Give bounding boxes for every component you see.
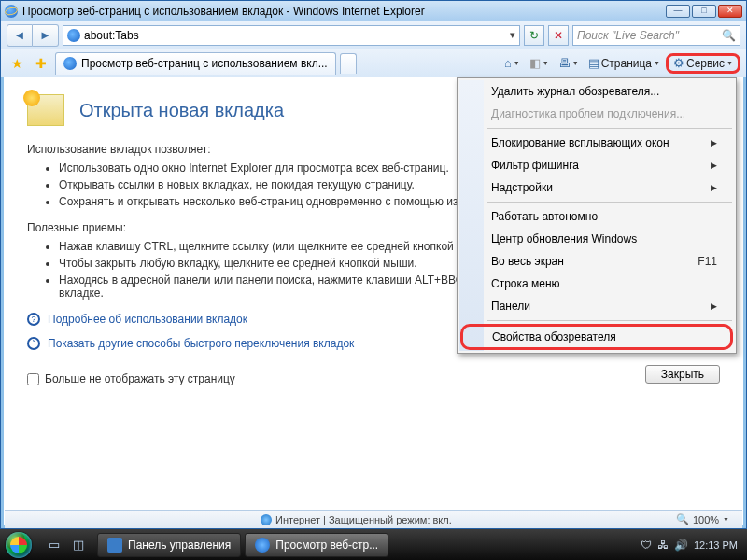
page-ie-icon bbox=[67, 29, 80, 42]
page-icon: ▤ bbox=[588, 56, 599, 70]
tab-label: Просмотр веб-страниц с использованием вк… bbox=[81, 57, 328, 70]
menu-separator bbox=[487, 320, 732, 321]
taskbar: ▭ ◫ Панель управления Просмотр веб-стр..… bbox=[0, 529, 747, 560]
home-icon: ⌂ bbox=[504, 56, 512, 70]
address-text: about:Tabs bbox=[84, 29, 506, 42]
system-tray: 🛡 🖧 🔊 12:13 PM bbox=[637, 539, 741, 552]
globe-icon bbox=[261, 514, 272, 525]
nav-row: ◄ ► about:Tabs ▾ ↻ ✕ Поиск "Live Search"… bbox=[1, 21, 746, 49]
command-bar: ⌂▼ ◧▼ 🖶▼ ▤Страница▼ ⚙Сервис▼ bbox=[500, 53, 740, 74]
task-ie[interactable]: Просмотр веб-стр... bbox=[245, 533, 388, 557]
menu-separator bbox=[487, 202, 732, 203]
dont-show-row: Больше не отображать эту страницу bbox=[27, 372, 720, 385]
dont-show-checkbox[interactable] bbox=[27, 373, 39, 385]
zoom-icon: 🔍 bbox=[676, 513, 689, 525]
start-button[interactable] bbox=[0, 529, 37, 560]
rss-icon: ◧ bbox=[529, 56, 541, 70]
print-icon: 🖶 bbox=[558, 56, 571, 70]
status-bar: Интернет | Защищенный режим: вкл. 🔍 100%… bbox=[5, 510, 742, 528]
help-icon: ? bbox=[27, 313, 40, 326]
ie-icon bbox=[5, 5, 18, 18]
address-dropdown-icon[interactable]: ▾ bbox=[510, 29, 515, 41]
zoom-control[interactable]: 🔍 100% ▼ bbox=[669, 513, 737, 525]
quick-launch: ▭ ◫ bbox=[37, 534, 95, 556]
new-tab-button[interactable] bbox=[340, 53, 357, 74]
tray-clock[interactable]: 12:13 PM bbox=[694, 539, 738, 551]
menu-menubar[interactable]: Строка меню bbox=[459, 273, 734, 295]
active-tab[interactable]: Просмотр веб-страниц с использованием вк… bbox=[55, 52, 336, 75]
stop-button[interactable]: ✕ bbox=[548, 25, 569, 46]
chevron-down-icon: ˅ bbox=[27, 337, 40, 350]
favorites-button[interactable]: ★ bbox=[7, 53, 27, 74]
menu-work-offline[interactable]: Работать автономно bbox=[459, 205, 734, 228]
ie-window: Просмотр веб-страниц с использованием вк… bbox=[0, 0, 747, 529]
page-heading: Открыта новая вкладка bbox=[79, 100, 284, 121]
zoom-value: 100% bbox=[693, 514, 719, 525]
tray-network-icon[interactable]: 🖧 bbox=[657, 539, 669, 552]
tab-ie-icon bbox=[63, 57, 77, 70]
home-button[interactable]: ⌂▼ bbox=[500, 53, 524, 74]
tools-menu-button[interactable]: ⚙Сервис▼ bbox=[666, 53, 740, 74]
menu-toolbars[interactable]: Панели▶ bbox=[459, 295, 734, 317]
switch-windows-button[interactable]: ◫ bbox=[67, 534, 90, 556]
gear-icon: ⚙ bbox=[673, 56, 684, 70]
show-desktop-button[interactable]: ▭ bbox=[43, 534, 65, 556]
menu-separator bbox=[487, 128, 732, 129]
submenu-arrow-icon: ▶ bbox=[711, 138, 717, 147]
menu-diagnose-connection: Диагностика проблем подключения... bbox=[459, 103, 734, 125]
window-title: Просмотр веб-страниц с использованием вк… bbox=[22, 5, 666, 18]
search-box[interactable]: Поиск "Live Search" 🔍 bbox=[572, 25, 740, 46]
submenu-arrow-icon: ▶ bbox=[711, 301, 717, 311]
tools-dropdown-menu: Удалить журнал обозревателя... Диагности… bbox=[457, 77, 737, 354]
menu-internet-options[interactable]: Свойства обозревателя bbox=[460, 324, 733, 350]
window-buttons: — □ ✕ bbox=[666, 5, 742, 18]
tab-bar: ★ ✚ Просмотр веб-страниц с использование… bbox=[1, 49, 746, 77]
menu-windows-update[interactable]: Центр обновления Windows bbox=[459, 228, 734, 250]
refresh-button[interactable]: ↻ bbox=[524, 25, 544, 46]
control-panel-icon bbox=[107, 538, 122, 553]
titlebar: Просмотр веб-страниц с использованием вк… bbox=[1, 1, 746, 21]
search-placeholder: Поиск "Live Search" bbox=[577, 29, 679, 42]
task-control-panel[interactable]: Панель управления bbox=[97, 533, 241, 557]
search-icon[interactable]: 🔍 bbox=[722, 29, 736, 42]
close-window-button[interactable]: ✕ bbox=[718, 5, 742, 18]
add-favorite-button[interactable]: ✚ bbox=[31, 53, 51, 74]
dont-show-label: Больше не отображать эту страницу bbox=[45, 372, 235, 385]
minimize-button[interactable]: — bbox=[666, 5, 690, 18]
menu-phishing-filter[interactable]: Фильтр фишинга▶ bbox=[459, 154, 734, 176]
new-tab-icon bbox=[27, 94, 64, 126]
tray-volume-icon[interactable]: 🔊 bbox=[674, 539, 688, 552]
forward-button[interactable]: ► bbox=[33, 24, 59, 47]
maximize-button[interactable]: □ bbox=[692, 5, 716, 18]
submenu-arrow-icon: ▶ bbox=[711, 183, 717, 192]
nav-buttons: ◄ ► bbox=[7, 24, 59, 47]
back-button[interactable]: ◄ bbox=[7, 24, 33, 47]
menu-popup-blocker[interactable]: Блокирование всплывающих окон▶ bbox=[459, 132, 734, 154]
security-zone: Интернет | Защищенный режим: вкл. bbox=[253, 514, 459, 525]
page-menu-button[interactable]: ▤Страница▼ bbox=[585, 53, 664, 74]
print-button[interactable]: 🖶▼ bbox=[555, 53, 583, 74]
menu-addons[interactable]: Надстройки▶ bbox=[459, 176, 734, 199]
ie-task-icon bbox=[255, 538, 270, 553]
tray-security-icon[interactable]: 🛡 bbox=[641, 539, 652, 552]
windows-orb-icon bbox=[6, 532, 32, 558]
close-page-button[interactable]: Закрыть bbox=[645, 365, 720, 384]
submenu-arrow-icon: ▶ bbox=[711, 161, 717, 170]
menu-delete-history[interactable]: Удалить журнал обозревателя... bbox=[459, 80, 734, 103]
feeds-button[interactable]: ◧▼ bbox=[526, 53, 553, 74]
menu-fullscreen[interactable]: Во весь экранF11 bbox=[459, 250, 734, 273]
address-bar[interactable]: about:Tabs ▾ bbox=[63, 25, 520, 46]
